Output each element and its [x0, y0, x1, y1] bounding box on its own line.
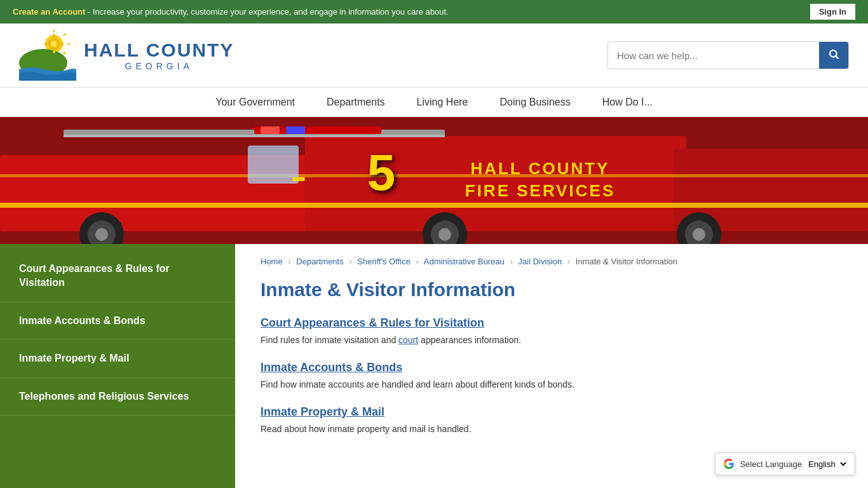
inmate-accounts-link[interactable]: Inmate Accounts & Bonds: [261, 361, 843, 374]
svg-line-13: [836, 56, 838, 58]
county-name: HALL COUNTY: [84, 39, 234, 61]
svg-rect-11: [60, 43, 64, 45]
select-language-label: Select Language: [740, 459, 802, 469]
svg-point-30: [438, 228, 451, 241]
create-account-link[interactable]: Create an Account: [13, 7, 85, 17]
nav-departments[interactable]: Departments: [327, 97, 385, 108]
court-desc-part2: appearances information.: [418, 335, 521, 345]
nav-doing-business[interactable]: Doing Business: [500, 97, 571, 108]
svg-rect-21: [64, 135, 445, 137]
logo-icon: [19, 30, 76, 81]
inmate-property-link[interactable]: Inmate Property & Mail: [261, 405, 843, 419]
search-input[interactable]: [608, 45, 819, 66]
search-icon: [828, 48, 839, 60]
svg-point-12: [830, 50, 837, 57]
banner-text: Create an Account - Increase your produc…: [13, 7, 449, 17]
inmate-property-desc: Read about how inmate property and mail …: [261, 423, 843, 436]
svg-point-24: [95, 228, 108, 241]
breadcrumb-sep-5: ›: [567, 257, 570, 266]
breadcrumb-jail[interactable]: Jail Division: [519, 257, 562, 266]
page-title: Inmate & Visitor Information: [261, 279, 843, 301]
logo-area: HALL COUNTY GEORGIA: [19, 30, 234, 81]
svg-rect-18: [0, 203, 868, 208]
court-link[interactable]: court: [398, 335, 418, 345]
nav-your-government[interactable]: Your Government: [215, 97, 295, 108]
svg-rect-9: [53, 50, 55, 53]
svg-rect-10: [44, 43, 48, 45]
google-icon: [723, 458, 735, 470]
banner-message: - Increase your productivity, customize …: [88, 7, 449, 17]
header: HALL COUNTY GEORGIA: [0, 24, 868, 87]
svg-text:HALL COUNTY: HALL COUNTY: [471, 159, 610, 178]
google-logo: [722, 457, 736, 471]
sidebar-item-inmate-accounts[interactable]: Inmate Accounts & Bonds: [0, 302, 235, 340]
sidebar-item-telephones[interactable]: Telephones and Religious Services: [0, 378, 235, 416]
court-appearances-link[interactable]: Court Appearances & Rules for Visitation: [261, 316, 843, 330]
sign-in-button[interactable]: Sign In: [810, 4, 855, 20]
breadcrumb: Home › Departments › Sheriff's Office › …: [261, 257, 843, 266]
svg-text:5: 5: [367, 144, 396, 201]
language-select[interactable]: English Spanish French: [806, 459, 848, 470]
breadcrumb-sheriffs[interactable]: Sheriff's Office: [357, 257, 410, 266]
breadcrumb-sep-3: ›: [416, 257, 419, 266]
svg-point-7: [51, 41, 57, 46]
svg-line-2: [64, 34, 65, 36]
nav-bar: Your Government Departments Living Here …: [0, 87, 868, 117]
breadcrumb-current: Inmate & Visitor Information: [576, 257, 677, 266]
svg-text:FIRE SERVICES: FIRE SERVICES: [465, 181, 615, 200]
svg-rect-34: [248, 146, 299, 184]
select-language-bar: Select Language English Spanish French: [715, 452, 855, 475]
svg-rect-38: [286, 126, 305, 134]
search-button[interactable]: [819, 41, 848, 69]
inmate-accounts-desc: Find how inmate accounts are handled and…: [261, 378, 843, 391]
nav-living-here[interactable]: Living Here: [417, 97, 468, 108]
svg-rect-35: [292, 177, 305, 181]
court-appearances-desc: Find rules for inmate visitation and cou…: [261, 334, 843, 347]
svg-line-4: [64, 52, 65, 54]
breadcrumb-sep-4: ›: [510, 257, 513, 266]
sidebar: Court Appearances & Rules for Visitation…: [0, 244, 235, 488]
svg-rect-37: [261, 126, 280, 134]
sidebar-item-court-appearances[interactable]: Court Appearances & Rules for Visitation: [0, 250, 235, 302]
nav-how-do-i[interactable]: How Do I...: [602, 97, 653, 108]
breadcrumb-home[interactable]: Home: [261, 257, 283, 266]
svg-point-27: [693, 228, 705, 241]
section-court-appearances: Court Appearances & Rules for Visitation…: [261, 316, 843, 347]
hero-image: 5 HALL COUNTY FIRE SERVICES: [0, 117, 868, 244]
court-desc-part1: Find rules for inmate visitation and: [261, 335, 398, 345]
svg-rect-8: [53, 34, 55, 37]
breadcrumb-sep-1: ›: [288, 257, 290, 266]
section-inmate-accounts: Inmate Accounts & Bonds Find how inmate …: [261, 361, 843, 391]
breadcrumb-departments[interactable]: Departments: [296, 257, 343, 266]
state-name: GEORGIA: [84, 61, 234, 71]
logo-text: HALL COUNTY GEORGIA: [84, 39, 234, 71]
sidebar-item-inmate-property[interactable]: Inmate Property & Mail: [0, 340, 235, 377]
section-inmate-property: Inmate Property & Mail Read about how in…: [261, 405, 843, 436]
content-area: Home › Departments › Sheriff's Office › …: [235, 244, 868, 488]
fire-truck-svg: 5 HALL COUNTY FIRE SERVICES: [0, 117, 868, 244]
main-content: Court Appearances & Rules for Visitation…: [0, 244, 868, 488]
breadcrumb-sep-2: ›: [349, 257, 351, 266]
svg-rect-19: [0, 174, 868, 177]
breadcrumb-admin[interactable]: Administrative Bureau: [424, 257, 505, 266]
search-area: [607, 41, 849, 69]
top-banner: Create an Account - Increase your produc…: [0, 0, 868, 24]
